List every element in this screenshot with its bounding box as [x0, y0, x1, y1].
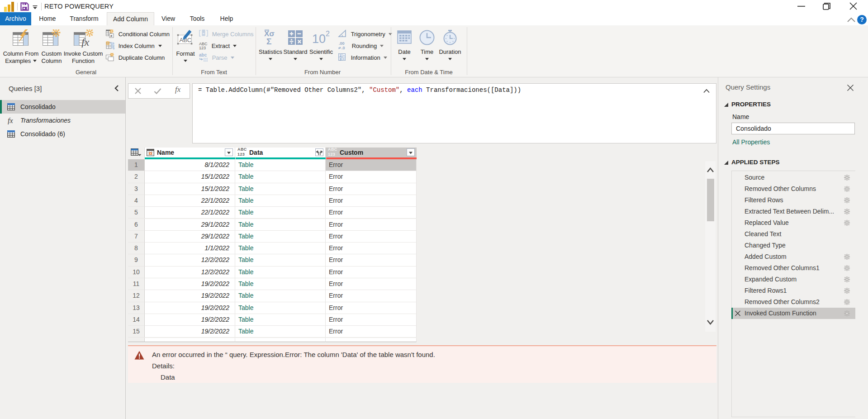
svg-text:+: +	[343, 57, 345, 61]
svg-text:3: 3	[113, 47, 114, 50]
svg-text:ABC: ABC	[199, 42, 208, 46]
svg-text:2: 2	[326, 30, 330, 38]
svg-text:−: −	[343, 54, 345, 57]
svg-text:1: 1	[340, 54, 342, 57]
svg-text:3: 3	[340, 57, 342, 61]
svg-text:abc: abc	[199, 53, 207, 57]
svg-text:≠: ≠	[110, 34, 113, 38]
svg-text:.00: .00	[339, 41, 345, 46]
svg-text:.0: .0	[342, 46, 345, 50]
svg-text:10: 10	[312, 32, 326, 46]
svg-text:Σ: Σ	[266, 37, 271, 46]
svg-text:fx: fx	[8, 117, 13, 124]
svg-text:123: 123	[199, 46, 206, 50]
svg-text:fx: fx	[81, 36, 90, 48]
